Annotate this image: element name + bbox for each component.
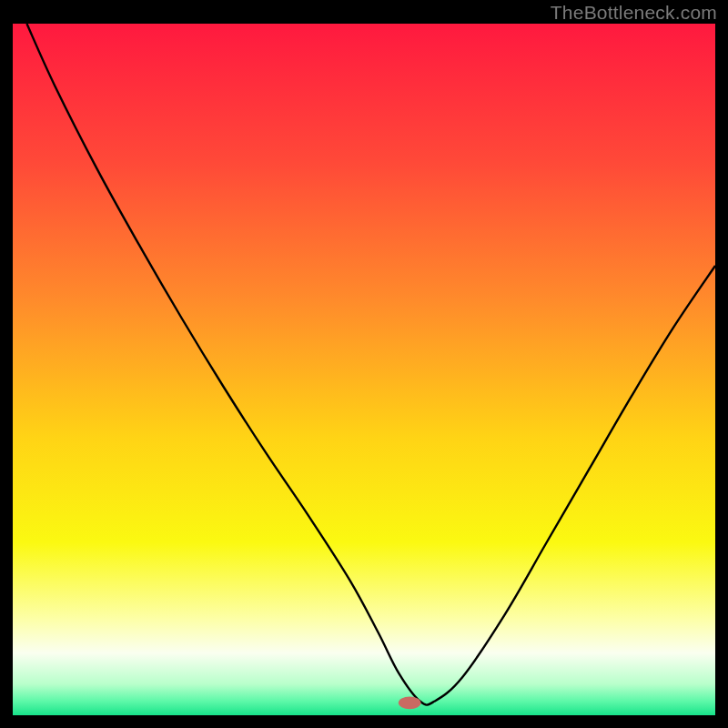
chart-frame xyxy=(13,24,715,715)
curve-layer xyxy=(13,24,715,715)
bottleneck-curve xyxy=(26,24,715,705)
optimal-point-marker xyxy=(399,696,421,709)
watermark-text: TheBottleneck.com xyxy=(551,2,717,24)
plot-area xyxy=(13,24,715,715)
